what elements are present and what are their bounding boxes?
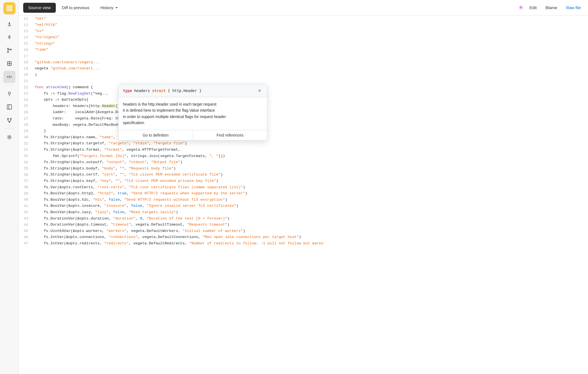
table-row: 35 fs.StringVar(&opts.bodyf, "body", "",… bbox=[19, 165, 588, 172]
line-number: 41 bbox=[19, 203, 33, 209]
sidebar-item-download[interactable] bbox=[3, 18, 15, 30]
blame-link[interactable]: Blame bbox=[543, 4, 560, 12]
svg-point-4 bbox=[9, 36, 10, 38]
line-code: "time" bbox=[33, 47, 588, 53]
sidebar-item-merge[interactable] bbox=[3, 114, 15, 126]
line-number: 24 bbox=[19, 97, 33, 103]
table-row: 40 fs.BoolVar(&opts.h2c, "h2c", false, "… bbox=[19, 197, 588, 203]
line-number: 20 bbox=[19, 72, 33, 78]
line-number: 33 bbox=[19, 153, 33, 159]
main-content: Source view Diff to previous History ✳ E… bbox=[19, 0, 588, 374]
line-number: 22 bbox=[19, 84, 33, 91]
edit-link[interactable]: Edit bbox=[527, 4, 539, 12]
table-row: 47 fs.IntVar(&opts.redirects, "redirects… bbox=[19, 240, 588, 247]
line-code: func attackCmd() command { bbox=[33, 84, 588, 91]
line-number: 15 bbox=[19, 40, 33, 47]
line-code: fs.BoolVar(&opts.insecure, "insecure", f… bbox=[33, 203, 588, 209]
table-row: 43 fs.DurationVar(&opts.duration, "durat… bbox=[19, 215, 588, 222]
snowflake-icon: ✳ bbox=[518, 4, 523, 11]
table-row: 14"os/signal" bbox=[19, 34, 588, 41]
line-number: 23 bbox=[19, 90, 33, 97]
line-number: 29 bbox=[19, 128, 33, 134]
svg-line-13 bbox=[9, 75, 10, 78]
line-code: rate: vegeta.Rate{Freq: 50, Per: time.Se… bbox=[33, 116, 588, 122]
topbar-actions: ✳ Edit Blame Raw file bbox=[518, 4, 584, 12]
line-code: "net" bbox=[33, 15, 588, 22]
tab-history-label: History bbox=[100, 5, 113, 10]
table-row: 20) bbox=[19, 72, 588, 78]
svg-rect-2 bbox=[7, 9, 9, 11]
table-row: 22func attackCmd() command { bbox=[19, 84, 588, 91]
table-row: 25 headers: headers{http.Header{}}, bbox=[19, 103, 588, 109]
sidebar-item-repo[interactable] bbox=[3, 101, 15, 113]
line-number: 38 bbox=[19, 184, 33, 190]
app-logo[interactable] bbox=[3, 2, 15, 14]
table-row: 17 bbox=[19, 53, 588, 59]
table-row: 18"github.com/tsenart/vegeta... bbox=[19, 59, 588, 66]
table-row: 45 fs.Uint64Var(&opts.workers, "workers"… bbox=[19, 228, 588, 234]
line-number: 13 bbox=[19, 28, 33, 34]
line-code: opts := &attackOpts{ bbox=[33, 97, 588, 103]
table-row: 12"net/http" bbox=[19, 22, 588, 28]
code-area[interactable]: 11"net"12"net/http"13"os"14"os/signal"15… bbox=[19, 15, 588, 374]
topbar: Source view Diff to previous History ✳ E… bbox=[19, 0, 588, 15]
table-row: 13"os" bbox=[19, 28, 588, 34]
line-code: "os" bbox=[33, 28, 588, 34]
line-code: headers: headers{http.Header{}}, bbox=[33, 103, 588, 109]
hover-popup: type headers struct { http.Header } × he… bbox=[118, 84, 267, 140]
popup-type-name: headers bbox=[134, 88, 150, 93]
line-code: fs.IntVar(&opts.redirects, "redirects", … bbox=[33, 240, 588, 247]
svg-point-18 bbox=[10, 118, 11, 119]
line-code: fs.DurationVar(&opts.timeout, "timeout",… bbox=[33, 222, 588, 228]
line-number: 40 bbox=[19, 197, 33, 203]
table-row: 44 fs.DurationVar(&opts.timeout, "timeou… bbox=[19, 222, 588, 228]
sidebar-item-transform[interactable] bbox=[3, 57, 15, 70]
sidebar bbox=[0, 0, 19, 374]
line-code: fmt.Sprintf("Targets format [%s]", strin… bbox=[33, 153, 588, 159]
table-row: 34 fs.StringVar(&opts.outputf, "output",… bbox=[19, 159, 588, 166]
sidebar-item-code[interactable] bbox=[3, 71, 15, 83]
line-number: 47 bbox=[19, 240, 33, 247]
popup-close-button[interactable]: × bbox=[256, 88, 263, 94]
table-row: 39 fs.BoolVar(&opts.http2, "http2", true… bbox=[19, 190, 588, 197]
sidebar-divider-1 bbox=[4, 85, 14, 85]
line-number: 25 bbox=[19, 103, 33, 109]
table-row: 42 fs.BoolVar(&opts.lazy, "lazy", false,… bbox=[19, 209, 588, 215]
table-row: 15"strings" bbox=[19, 40, 588, 47]
line-code: "github.com/tsenart/vegeta... bbox=[33, 59, 588, 66]
line-code: fs.DurationVar(&opts.duration, "duration… bbox=[33, 215, 588, 222]
line-number: 17 bbox=[19, 53, 33, 59]
sidebar-item-settings[interactable] bbox=[3, 131, 15, 143]
sidebar-item-branch[interactable] bbox=[3, 44, 15, 56]
table-row: 41 fs.BoolVar(&opts.insecure, "insecure"… bbox=[19, 203, 588, 209]
line-number: 30 bbox=[19, 134, 33, 140]
sidebar-item-pin[interactable] bbox=[3, 88, 15, 100]
line-code: ) bbox=[33, 72, 588, 78]
find-references-button[interactable]: Find references bbox=[193, 130, 267, 140]
line-number: 18 bbox=[19, 59, 33, 66]
line-number: 39 bbox=[19, 190, 33, 197]
popup-description: headers is the http.Header used in each … bbox=[118, 97, 267, 130]
line-code: maxBody: vegeta.DefaultMaxBody, bbox=[33, 122, 588, 128]
tab-diff-to-previous[interactable]: Diff to previous bbox=[57, 3, 94, 13]
raw-file-link[interactable]: Raw file bbox=[563, 4, 584, 12]
popup-type-signature: type headers struct { http.Header } bbox=[123, 88, 202, 93]
line-code: fs.StringVar(&opts.targetsf, "targets", … bbox=[33, 140, 588, 147]
line-code: "strings" bbox=[33, 40, 588, 47]
tab-source-view[interactable]: Source view bbox=[23, 3, 56, 13]
line-number: 36 bbox=[19, 172, 33, 178]
table-row: 24 opts := &attackOpts{ bbox=[19, 97, 588, 103]
popup-actions: Go to definition Find references bbox=[118, 130, 267, 140]
line-code: vegeta "github.com/tsenart... bbox=[33, 66, 588, 72]
tab-history[interactable]: History bbox=[95, 3, 123, 13]
table-row: 29 } bbox=[19, 128, 588, 134]
sidebar-item-commit[interactable] bbox=[3, 31, 15, 43]
line-number: 46 bbox=[19, 234, 33, 240]
goto-definition-button[interactable]: Go to definition bbox=[118, 130, 193, 140]
line-number: 37 bbox=[19, 178, 33, 184]
table-row: 46 fs.IntVar(&opts.connections, "connect… bbox=[19, 234, 588, 240]
popup-keyword1: type bbox=[123, 88, 132, 93]
table-row: 30 fs.StringVar(&opts.name, "name", "", … bbox=[19, 134, 588, 140]
line-code: fs.StringVar(&opts.certf, "cert", "", "T… bbox=[33, 172, 588, 178]
table-row: 28 maxBody: vegeta.DefaultMaxBody, bbox=[19, 122, 588, 128]
